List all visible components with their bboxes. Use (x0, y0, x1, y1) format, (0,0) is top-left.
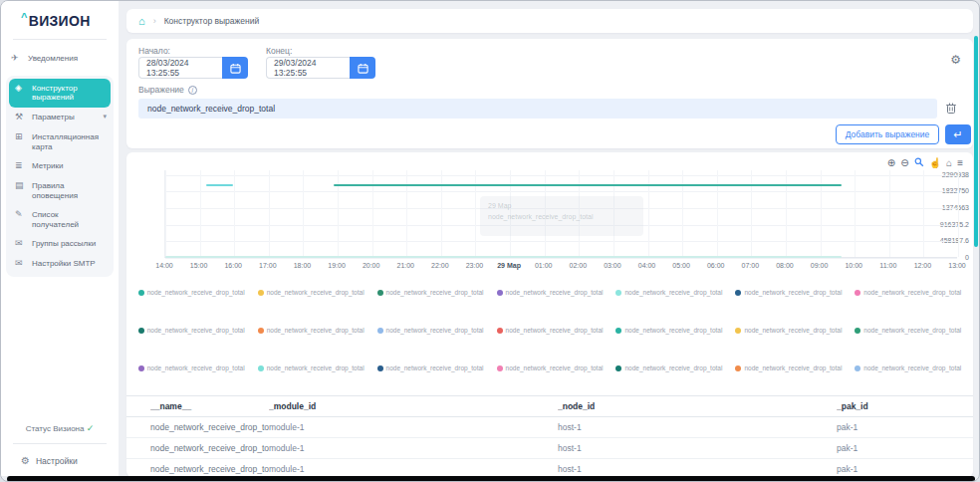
plot-area[interactable]: 29 Марnode_network_receive_drop_total (164, 170, 957, 258)
breadcrumb: ⌂ › Конструктор выражений (126, 9, 973, 33)
legend-dot-icon (615, 328, 621, 334)
sidebar-item-settings[interactable]: ⚙ Настройки (1, 446, 119, 470)
x-tick-label: 15:00 (190, 262, 208, 269)
end-calendar-button[interactable] (350, 57, 375, 79)
vision-status-label: Статус Визиона (26, 424, 85, 433)
sidebar-item-label: Параметры (32, 113, 75, 122)
gridline-h (165, 191, 957, 192)
legend-item[interactable]: node_network_receive_drop_total (735, 289, 842, 296)
trash-icon (945, 102, 957, 115)
expression-input[interactable]: node_network_receive_drop_total (138, 99, 937, 119)
legend-item[interactable]: node_network_receive_drop_total (615, 327, 722, 334)
sidebar-item-alert-rules[interactable]: ▤Правила оповещения (9, 176, 111, 205)
legend-item[interactable]: node_network_receive_drop_total (138, 289, 245, 296)
sidebar-item-label: Конструктор выражений (32, 84, 107, 103)
legend-item[interactable]: node_network_receive_drop_total (377, 327, 484, 334)
legend-dot-icon (855, 365, 860, 371)
gridline-v (338, 170, 339, 257)
cell-name: node_network_receive_drop_total (150, 443, 269, 453)
sidebar-item-recipients-list[interactable]: ✎Список получателей (9, 205, 111, 234)
legend-label: node_network_receive_drop_total (267, 289, 365, 296)
panel-settings-gear-icon[interactable]: ⚙ (950, 53, 961, 67)
legend-row: node_network_receive_drop_totalnode_netw… (126, 364, 973, 371)
column-header: _pak_id (837, 401, 973, 411)
legend-item[interactable]: node_network_receive_drop_total (497, 364, 604, 371)
legend-item[interactable]: node_network_receive_drop_total (855, 289, 961, 296)
legend-label: node_network_receive_drop_total (624, 327, 722, 334)
legend-item[interactable]: node_network_receive_drop_total (377, 289, 484, 296)
legend-item[interactable]: node_network_receive_drop_total (735, 327, 842, 334)
legend-dot-icon (138, 290, 144, 296)
start-calendar-button[interactable] (222, 57, 248, 79)
legend-item[interactable]: node_network_receive_drop_total (855, 327, 961, 334)
legend-dot-icon (735, 328, 741, 334)
info-icon[interactable]: i (188, 86, 197, 95)
legend-item[interactable]: node_network_receive_drop_total (258, 364, 365, 371)
chevron-right-icon: › (153, 16, 156, 26)
legend-dot-icon (615, 290, 621, 296)
nodes-icon: ◈ (15, 84, 26, 94)
sidebar-item-parameters[interactable]: ⚒Параметры▾ (9, 108, 111, 127)
sidebar-nav: ✈Уведомления◈Конструктор выражений⚒Парам… (1, 42, 119, 277)
legend-label: node_network_receive_drop_total (267, 364, 365, 371)
legend-row: node_network_receive_drop_totalnode_netw… (126, 289, 973, 296)
gridline-v (269, 170, 270, 257)
sidebar-item-notifications[interactable]: ✈Уведомления (1, 48, 119, 70)
column-header: _module_id (269, 401, 558, 411)
gear-icon: ⚙ (21, 455, 30, 466)
end-date-input[interactable]: 29/03/2024 13:25:55 (266, 57, 350, 79)
legend-dot-icon (377, 365, 383, 371)
x-tick-label: 08:00 (776, 262, 794, 269)
table-header-row: __name___module_id_node_id_pak_id (126, 395, 973, 417)
delete-expression-button[interactable] (945, 101, 957, 119)
sidebar-item-mailing-groups[interactable]: ✉Группы рассылки (9, 234, 111, 254)
x-tick-label: 06:00 (707, 262, 725, 269)
window-bottom-edge (7, 476, 975, 482)
sidebar-item-metrics[interactable]: ≣Метрики (9, 156, 111, 176)
cell-name: node_network_receive_drop_total (150, 464, 269, 474)
scrollbar[interactable] (974, 36, 978, 247)
end-date-label: Конец: (266, 46, 292, 56)
add-expression-button[interactable]: Добавить выражение (836, 124, 939, 144)
gridline-v (958, 170, 959, 257)
sidebar-item-expression-builder[interactable]: ◈Конструктор выражений (9, 79, 111, 108)
results-table: __name___module_id_node_id_pak_idnode_ne… (126, 395, 973, 477)
mail-group-icon: ✉ (15, 239, 26, 249)
legend-label: node_network_receive_drop_total (267, 327, 365, 334)
legend-item[interactable]: node_network_receive_drop_total (615, 364, 722, 371)
legend-label: node_network_receive_drop_total (386, 327, 484, 334)
start-date-input[interactable]: 28/03/2024 13:25:55 (138, 57, 222, 79)
gridline-v (372, 170, 373, 257)
legend-label: node_network_receive_drop_total (863, 364, 961, 371)
legend-item[interactable]: node_network_receive_drop_total (497, 327, 604, 334)
legend-item[interactable]: node_network_receive_drop_total (138, 364, 245, 371)
legend-item[interactable]: node_network_receive_drop_total (855, 364, 961, 371)
x-tick-label: 20:00 (363, 262, 380, 269)
home-icon[interactable]: ⌂ (138, 15, 145, 27)
run-expression-button[interactable]: ↵ (945, 124, 971, 144)
legend-dot-icon (377, 328, 383, 334)
legend-item[interactable]: node_network_receive_drop_total (735, 364, 842, 371)
legend-dot-icon (138, 328, 144, 334)
gridline-v (923, 170, 924, 257)
legend-item[interactable]: node_network_receive_drop_total (258, 289, 365, 296)
cell-node: host-1 (558, 464, 837, 474)
ghost-tooltip: 29 Марnode_network_receive_drop_total (480, 196, 643, 236)
sidebar-item-installation-map[interactable]: ⊞Инсталляционная карта (9, 127, 111, 156)
table-row: node_network_receive_drop_totalmodule-1h… (126, 417, 973, 438)
legend-dot-icon (615, 365, 621, 371)
legend-item[interactable]: node_network_receive_drop_total (377, 364, 484, 371)
x-tick-label: 02:00 (570, 262, 588, 269)
start-date-field: 28/03/2024 13:25:55 (138, 57, 248, 79)
sidebar-group: ◈Конструктор выражений⚒Параметры▾⊞Инстал… (6, 76, 114, 277)
legend-item[interactable]: node_network_receive_drop_total (258, 327, 365, 334)
sidebar-item-label: Инсталляционная карта (32, 132, 107, 151)
sidebar-item-smtp-settings[interactable]: ✉Настройки SMTP (9, 254, 111, 274)
legend-item[interactable]: node_network_receive_drop_total (615, 289, 722, 296)
x-tick-label: 19:00 (328, 262, 346, 269)
cell-pak: pak-1 (837, 464, 973, 474)
legend-item[interactable]: node_network_receive_drop_total (138, 327, 245, 334)
sidebar-item-label: Правила оповещения (32, 181, 107, 200)
calendar-icon (230, 63, 241, 74)
legend-item[interactable]: node_network_receive_drop_total (497, 289, 604, 296)
